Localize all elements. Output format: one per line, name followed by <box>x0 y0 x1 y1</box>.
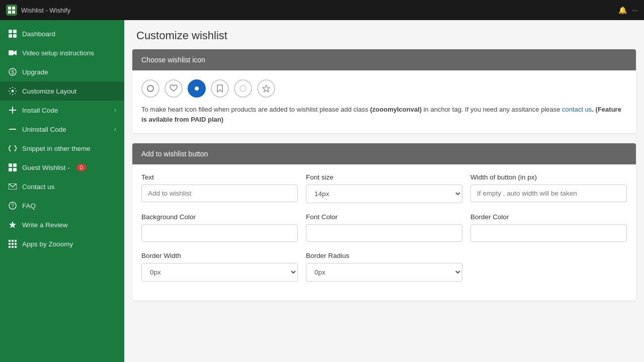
form-row-3: Border Width 0px1px2px3px4px Border Radi… <box>141 252 627 282</box>
bell-icon[interactable]: 🔔 <box>618 6 627 14</box>
icon-section-card: Choose wishlist icon <box>132 49 636 133</box>
font-color-label: Font Color <box>306 213 462 221</box>
main-content: Choose wishlist icon <box>124 49 644 323</box>
svg-rect-24 <box>9 240 11 242</box>
sidebar-item-guest-wishlist[interactable]: Guest Wishlist - 0 <box>0 158 124 177</box>
svg-rect-28 <box>12 243 14 245</box>
sidebar-item-customize-layout[interactable]: Customize Layout <box>0 81 124 101</box>
contact-us-link[interactable]: contact us <box>562 106 592 113</box>
form-group-width: Width of button (in px) <box>470 173 627 203</box>
bg-color-input[interactable]: 000000 <box>141 224 298 242</box>
sidebar-item-video-setup[interactable]: Video setup instructions <box>0 43 124 62</box>
svg-rect-31 <box>12 246 14 248</box>
dashboard-icon <box>8 29 17 38</box>
svg-rect-16 <box>9 163 12 167</box>
sidebar-item-apps-zooomy[interactable]: Apps by Zooomy <box>0 234 124 253</box>
svg-rect-1 <box>12 7 15 10</box>
border-radius-label: Border Radius <box>306 252 462 259</box>
sidebar-item-upgrade[interactable]: $ Upgrade <box>0 62 124 81</box>
sidebar-item-snippet-other-theme[interactable]: Snippet in other theme <box>0 139 124 158</box>
svg-rect-27 <box>9 243 11 245</box>
envelope-icon <box>8 182 17 191</box>
svg-text:$: $ <box>11 69 14 75</box>
faq-icon: ? <box>8 201 17 210</box>
svg-rect-19 <box>13 168 17 171</box>
sidebar-item-uninstall-code[interactable]: Uninstall Code › <box>0 120 124 139</box>
form-group-border-radius: Border Radius 0px2px4px6px8px10px16px20p… <box>306 252 462 282</box>
icon-note: To make heart icon filled when products … <box>141 105 627 124</box>
sidebar-label-faq: FAQ <box>22 202 36 210</box>
border-radius-select[interactable]: 0px2px4px6px8px10px16px20px50px <box>306 263 462 282</box>
border-color-label: Border Color <box>470 213 627 221</box>
sidebar-item-dashboard[interactable]: Dashboard <box>0 24 124 43</box>
sidebar-item-install-code[interactable]: Install Code › <box>0 101 124 120</box>
icon-section-body: To make heart icon filled when products … <box>132 70 636 133</box>
sidebar-item-faq[interactable]: ? FAQ <box>0 196 124 215</box>
icon-option-bookmark[interactable] <box>211 79 229 98</box>
border-color-input[interactable]: 0C1010 <box>470 224 627 242</box>
sidebar-label-install-code: Install Code <box>22 107 58 114</box>
svg-point-35 <box>240 85 246 92</box>
app-title: Wishlist - Wishify <box>21 7 70 14</box>
svg-rect-7 <box>13 34 17 38</box>
svg-rect-3 <box>12 11 15 14</box>
icon-note-prefix: To make heart icon filled when products … <box>141 106 370 113</box>
sidebar-label-contact-us: Contact us <box>22 183 55 191</box>
svg-rect-5 <box>13 30 17 33</box>
svg-rect-25 <box>12 240 14 242</box>
form-row-1: Text Font size 10px11px12px13px14px16px1… <box>141 173 627 203</box>
dollar-icon: $ <box>8 67 17 76</box>
sidebar-label-customize-layout: Customize Layout <box>22 87 76 95</box>
font-size-label: Font size <box>306 173 462 181</box>
more-icon[interactable]: ··· <box>632 6 638 14</box>
icon-option-circle[interactable] <box>141 79 159 98</box>
icon-option-heart[interactable] <box>165 79 183 98</box>
icon-option-empty[interactable] <box>234 79 252 98</box>
svg-rect-26 <box>15 240 17 242</box>
font-size-select[interactable]: 10px11px12px13px14px16px18px20px <box>306 185 462 203</box>
svg-rect-6 <box>9 34 12 38</box>
page-title: Customize wishlist <box>136 29 632 42</box>
svg-rect-15 <box>9 129 16 130</box>
guest-wishlist-icon <box>8 163 17 172</box>
svg-rect-14 <box>9 110 16 111</box>
sidebar-item-contact-us[interactable]: Contact us <box>0 177 124 196</box>
form-group-text: Text <box>141 173 298 203</box>
sidebar: Dashboard Video setup instructions $ Upg… <box>0 20 124 362</box>
install-code-arrow: › <box>114 107 116 114</box>
svg-text:?: ? <box>11 203 14 209</box>
svg-point-34 <box>195 86 199 90</box>
page-header: Customize wishlist <box>124 20 644 49</box>
svg-rect-4 <box>9 30 12 33</box>
svg-rect-8 <box>9 50 14 55</box>
form-group-border-color: Border Color 0C1010 <box>470 213 627 242</box>
text-input[interactable] <box>141 185 298 202</box>
form-group-border-width: Border Width 0px1px2px3px4px <box>141 252 298 282</box>
star-icon <box>8 220 17 229</box>
svg-marker-23 <box>9 221 16 228</box>
code-icon <box>8 144 17 153</box>
border-width-select[interactable]: 0px1px2px3px4px <box>141 263 298 282</box>
border-width-label: Border Width <box>141 252 298 259</box>
icon-option-star[interactable] <box>257 79 275 98</box>
sidebar-item-write-review[interactable]: Write a Review <box>0 215 124 234</box>
main-content-area: Customize wishlist Choose wishlist icon <box>124 20 644 362</box>
svg-rect-0 <box>8 7 11 10</box>
icon-option-filled-circle[interactable] <box>188 79 206 98</box>
sidebar-label-guest-wishlist: Guest Wishlist - <box>22 164 70 171</box>
form-group-spacer <box>470 252 627 282</box>
font-color-input[interactable]: FFFFFF <box>306 224 462 242</box>
guest-wishlist-badge: 0 <box>77 164 86 171</box>
top-bar-actions: 🔔 ··· <box>618 6 638 14</box>
width-label: Width of button (in px) <box>470 173 627 181</box>
form-group-bg-color: Background Color 000000 <box>141 213 298 242</box>
form-group-font-size: Font size 10px11px12px13px14px16px18px20… <box>306 173 462 203</box>
svg-rect-17 <box>13 163 17 167</box>
plus-icon <box>8 106 17 115</box>
svg-rect-30 <box>9 246 11 248</box>
gear-icon <box>8 86 17 96</box>
svg-point-12 <box>12 90 14 93</box>
icon-options-row <box>141 79 627 98</box>
icon-class-name: (zooomyIconval) <box>370 106 422 113</box>
width-input[interactable] <box>470 185 627 202</box>
